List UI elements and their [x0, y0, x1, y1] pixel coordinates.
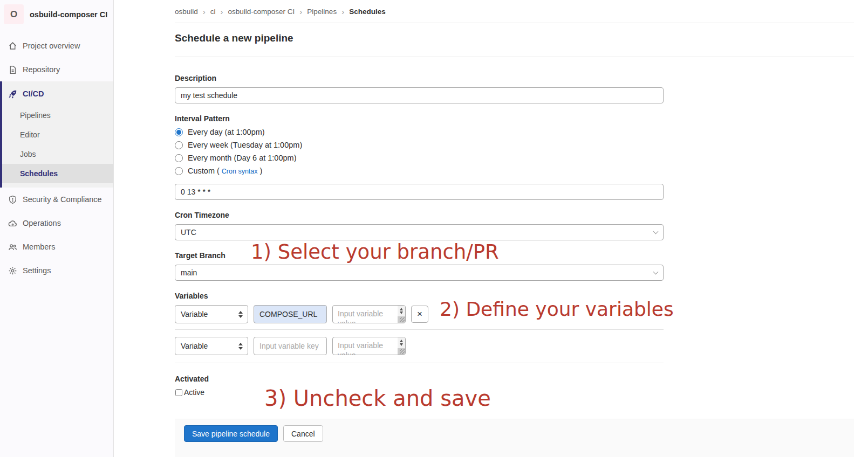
- breadcrumb-subgroup[interactable]: ci: [210, 8, 216, 16]
- variable-type-value: Variable: [181, 310, 208, 318]
- chevron-right-icon: ›: [341, 7, 344, 16]
- interval-option-monthly[interactable]: Every month (Day 6 at 1:00pm): [175, 154, 296, 162]
- cancel-button[interactable]: Cancel: [283, 425, 323, 442]
- active-checkbox-label: Active: [184, 388, 204, 397]
- variable-key-input[interactable]: [254, 337, 327, 355]
- variable-type-select[interactable]: Variable: [175, 337, 248, 355]
- stepper-icon: [238, 311, 243, 318]
- radio-label: Custom (: [188, 167, 220, 175]
- breadcrumb-schedules[interactable]: Schedules: [349, 8, 386, 16]
- main-content: osbuild › ci › osbuild-composer CI › Pip…: [114, 0, 868, 457]
- sidebar-item-pipelines[interactable]: Pipelines: [2, 106, 113, 125]
- sidebar-item-label: CI/CD: [23, 89, 44, 98]
- cron-timezone-value: UTC: [181, 228, 196, 237]
- activated-label: Activated: [175, 375, 854, 383]
- cicd-section: CI/CD Pipelines Editor Jobs Schedules: [0, 81, 113, 188]
- sidebar-item-label: Repository: [23, 65, 60, 74]
- radio-daily[interactable]: [175, 128, 183, 136]
- sidebar-item-jobs[interactable]: Jobs: [2, 144, 113, 164]
- breadcrumb-project[interactable]: osbuild-composer CI: [228, 8, 295, 16]
- activated-group: Activated 3) Uncheck and save Active: [175, 375, 854, 397]
- document-icon: [8, 65, 17, 74]
- sidebar-item-project-overview[interactable]: Project overview: [0, 34, 113, 58]
- variables-label: Variables: [175, 292, 854, 300]
- annotation-uncheck-save: 3) Uncheck and save: [264, 386, 491, 411]
- people-icon: [8, 243, 17, 252]
- target-branch-label: Target Branch: [175, 251, 854, 260]
- resize-grip-icon[interactable]: [400, 349, 405, 354]
- divider: [175, 57, 854, 57]
- target-branch-value: main: [181, 268, 197, 277]
- divider: [175, 329, 664, 330]
- divider: [175, 363, 664, 363]
- cron-syntax-link[interactable]: Cron syntax: [222, 168, 258, 175]
- variables-group: Variables 2) Define your variables Varia…: [175, 292, 854, 363]
- cloud-icon: [8, 219, 17, 228]
- sidebar-item-operations[interactable]: Operations: [0, 211, 113, 235]
- variable-key-input[interactable]: [254, 305, 327, 323]
- radio-monthly[interactable]: [175, 154, 183, 162]
- chevron-down-icon: [653, 269, 659, 274]
- interval-option-daily[interactable]: Every day (at 1:00pm): [175, 128, 265, 136]
- form-actions: Save pipeline schedule Cancel: [175, 419, 854, 457]
- variable-row: 2) Define your variables Variable ×: [175, 305, 664, 323]
- project-title: osbuild-composer CI: [30, 10, 107, 19]
- radio-label: Every month (Day 6 at 1:00pm): [188, 154, 296, 162]
- sidebar-item-label: Members: [23, 243, 55, 251]
- stepper-icon: [238, 343, 243, 350]
- description-group: Description: [175, 74, 854, 103]
- active-checkbox-row: 3) Uncheck and save Active: [175, 388, 664, 397]
- variable-value-textarea[interactable]: [332, 337, 406, 355]
- page-title: Schedule a new pipeline: [175, 32, 854, 44]
- annotation-define-variables: 2) Define your variables: [440, 298, 674, 320]
- interval-pattern-label: Interval Pattern: [175, 114, 854, 123]
- breadcrumb: osbuild › ci › osbuild-composer CI › Pip…: [175, 0, 854, 23]
- sidebar-item-repository[interactable]: Repository: [0, 58, 113, 81]
- cron-pattern-input[interactable]: [175, 184, 664, 200]
- gear-icon: [8, 266, 17, 275]
- cron-timezone-select[interactable]: UTC: [175, 224, 664, 240]
- target-branch-group: 1) Select your branch/PR Target Branch m…: [175, 251, 854, 281]
- chevron-right-icon: ›: [221, 7, 223, 16]
- project-header-link[interactable]: O osbuild-composer CI: [0, 0, 113, 29]
- variable-value-wrap: [332, 305, 406, 323]
- radio-label: ): [260, 167, 263, 175]
- variable-value-wrap: [332, 337, 406, 355]
- shield-icon: [8, 195, 17, 204]
- interval-option-weekly[interactable]: Every week (Tuesday at 1:00pm): [175, 141, 302, 149]
- sidebar-item-label: Project overview: [23, 41, 80, 50]
- interval-option-custom[interactable]: Custom ( Cron syntax ): [175, 167, 262, 175]
- radio-label: Every day (at 1:00pm): [188, 128, 265, 136]
- rocket-icon: [8, 89, 17, 99]
- scroll-down-icon: [400, 343, 403, 346]
- cron-timezone-label: Cron Timezone: [175, 211, 854, 219]
- chevron-down-icon: [653, 228, 659, 234]
- breadcrumb-group[interactable]: osbuild: [175, 8, 198, 16]
- sidebar-item-label: Settings: [23, 266, 51, 275]
- breadcrumb-pipelines[interactable]: Pipelines: [307, 8, 337, 16]
- sidebar-item-members[interactable]: Members: [0, 235, 113, 259]
- remove-variable-button[interactable]: ×: [411, 306, 428, 323]
- variable-type-select[interactable]: Variable: [175, 305, 248, 323]
- sidebar: O osbuild-composer CI Project overview R…: [0, 0, 114, 457]
- sidebar-item-settings[interactable]: Settings: [0, 259, 113, 282]
- sidebar-item-editor[interactable]: Editor: [2, 125, 113, 144]
- description-input[interactable]: [175, 87, 664, 103]
- sidebar-item-label: Security & Compliance: [23, 195, 102, 204]
- interval-pattern-group: Interval Pattern Every day (at 1:00pm) E…: [175, 114, 854, 200]
- cron-timezone-group: Cron Timezone UTC: [175, 211, 854, 240]
- sidebar-item-cicd[interactable]: CI/CD: [2, 82, 113, 106]
- sidebar-item-security-compliance[interactable]: Security & Compliance: [0, 188, 113, 211]
- active-checkbox[interactable]: [175, 389, 182, 396]
- home-icon: [8, 41, 17, 51]
- sidebar-item-schedules[interactable]: Schedules: [2, 164, 113, 183]
- variable-value-textarea[interactable]: [332, 305, 406, 323]
- radio-custom[interactable]: [175, 167, 183, 175]
- chevron-right-icon: ›: [299, 7, 302, 16]
- resize-grip-icon[interactable]: [400, 317, 405, 322]
- radio-weekly[interactable]: [175, 141, 183, 149]
- variable-type-value: Variable: [181, 342, 208, 350]
- target-branch-select[interactable]: main: [175, 265, 664, 281]
- sidebar-item-label: Operations: [23, 219, 61, 227]
- save-pipeline-schedule-button[interactable]: Save pipeline schedule: [184, 425, 278, 442]
